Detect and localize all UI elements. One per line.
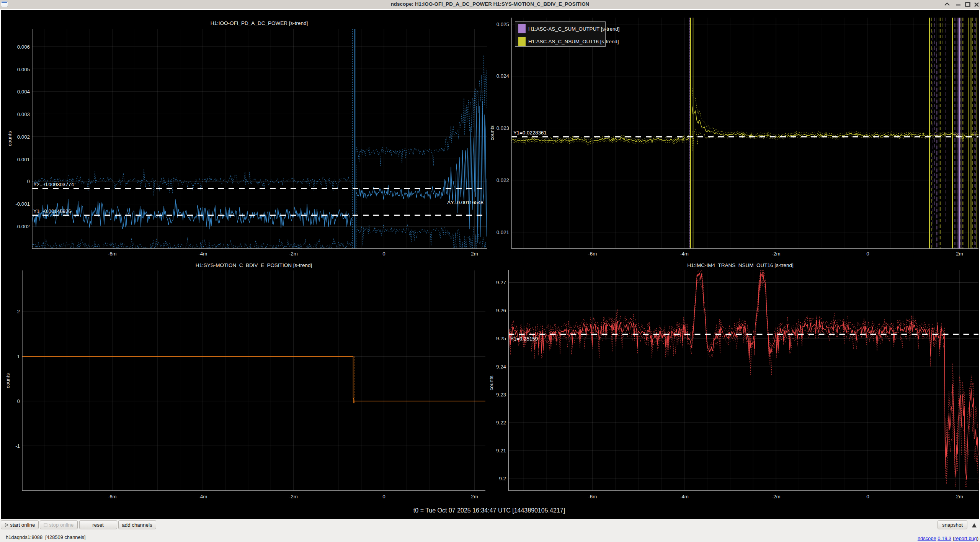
- svg-text:9.25: 9.25: [496, 336, 506, 341]
- svg-text:t0 = Tue Oct 07 2025 16:34:47: t0 = Tue Oct 07 2025 16:34:47 UTC [14438…: [413, 507, 565, 514]
- svg-text:0.024: 0.024: [497, 73, 509, 79]
- svg-text:-0.002: -0.002: [15, 224, 30, 229]
- svg-text:9.22: 9.22: [496, 420, 506, 426]
- svg-text:counts: counts: [7, 131, 13, 146]
- svg-text:1: 1: [17, 354, 20, 359]
- svg-text:9.2: 9.2: [499, 476, 506, 481]
- svg-text:-0.001: -0.001: [15, 201, 30, 207]
- svg-text:9.24: 9.24: [496, 364, 506, 370]
- svg-text:Y1=0.0228361: Y1=0.0228361: [513, 130, 547, 136]
- svg-text:9.27: 9.27: [496, 280, 506, 285]
- svg-text:H1:ASC-AS_C_SUM_OUTPUT [s-tren: H1:ASC-AS_C_SUM_OUTPUT [s-trend]: [528, 26, 619, 32]
- svg-text:-1: -1: [15, 443, 20, 449]
- svg-text:0: 0: [866, 251, 869, 257]
- svg-text:0: 0: [382, 494, 385, 499]
- svg-text:2m: 2m: [471, 251, 478, 257]
- svg-text:Y1=-0.00146926: Y1=-0.00146926: [33, 208, 71, 214]
- svg-text:0: 0: [866, 494, 869, 499]
- svg-text:-4m: -4m: [680, 251, 689, 257]
- svg-text:0.004: 0.004: [17, 89, 30, 95]
- svg-text:0.005: 0.005: [17, 67, 30, 72]
- svg-text:counts: counts: [5, 373, 11, 388]
- svg-text:2m: 2m: [956, 251, 963, 257]
- svg-text:counts: counts: [488, 375, 494, 391]
- svg-text:H1:IOO-OFI_PD_A_DC_POWER [s-tr: H1:IOO-OFI_PD_A_DC_POWER [s-trend]: [211, 20, 308, 26]
- svg-text:2m: 2m: [471, 494, 478, 499]
- svg-text:-4m: -4m: [198, 494, 207, 499]
- svg-text:9.23: 9.23: [496, 392, 506, 398]
- svg-text:0.003: 0.003: [17, 111, 30, 117]
- svg-text:9.26: 9.26: [496, 308, 506, 313]
- svg-text:-2m: -2m: [289, 494, 298, 499]
- svg-text:0.023: 0.023: [497, 125, 509, 131]
- svg-text:-2m: -2m: [772, 494, 781, 499]
- svg-text:H1:IMC-IM4_TRANS_NSUM_OUT16 [s: H1:IMC-IM4_TRANS_NSUM_OUT16 [s-trend]: [687, 262, 794, 268]
- svg-text:9.21: 9.21: [496, 448, 506, 454]
- svg-text:Y2=-0.000303774: Y2=-0.000303774: [33, 182, 74, 187]
- svg-text:0: 0: [27, 178, 30, 184]
- svg-text:0: 0: [17, 398, 20, 404]
- svg-text:0.022: 0.022: [497, 177, 509, 183]
- svg-text:-6m: -6m: [108, 251, 117, 257]
- svg-text:Y1=9.25159: Y1=9.25159: [510, 336, 538, 342]
- svg-text:-6m: -6m: [108, 494, 117, 499]
- svg-text:0: 0: [382, 251, 385, 257]
- svg-text:counts: counts: [489, 125, 495, 141]
- svg-text:-4m: -4m: [680, 494, 689, 499]
- svg-text:0.006: 0.006: [17, 44, 30, 50]
- svg-text:-2m: -2m: [289, 251, 298, 257]
- svg-text:0.001: 0.001: [17, 157, 30, 162]
- svg-text:H1:SYS-MOTION_C_BDIV_E_POSITIO: H1:SYS-MOTION_C_BDIV_E_POSITION [s-trend…: [196, 262, 312, 268]
- svg-text:-6m: -6m: [588, 251, 597, 257]
- svg-text:0.002: 0.002: [17, 134, 30, 140]
- svg-text:0.021: 0.021: [497, 229, 509, 235]
- svg-text:ΔY=0.00116548: ΔY=0.00116548: [447, 200, 483, 205]
- svg-text:-4m: -4m: [198, 251, 207, 257]
- svg-text:-2m: -2m: [772, 251, 781, 257]
- svg-text:-6m: -6m: [588, 494, 597, 499]
- svg-text:2: 2: [17, 309, 20, 314]
- svg-text:2m: 2m: [956, 494, 963, 499]
- svg-text:H1:ASC-AS_C_NSUM_OUT16 [s-tren: H1:ASC-AS_C_NSUM_OUT16 [s-trend]: [528, 39, 619, 44]
- svg-text:0.025: 0.025: [497, 21, 509, 27]
